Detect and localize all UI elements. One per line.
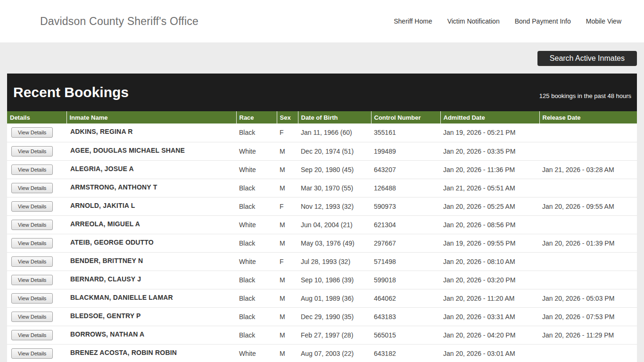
inmate-name: AGEE, DOUGLAS MICHAEL SHANE <box>66 142 236 160</box>
inmate-name: BLACKMAN, DANIELLE LAMAR <box>66 289 236 307</box>
inmate-admitted-date: Jan 19, 2026 - 05:21 PM <box>440 123 539 142</box>
column-header-release-date: Release Date <box>539 111 637 123</box>
inmate-admitted-date: Jan 20, 2026 - 03:31 AM <box>440 307 539 326</box>
inmate-name: ARREOLA, MIGUEL A <box>66 215 236 234</box>
inmate-race: Black <box>236 179 277 197</box>
view-details-button[interactable]: View Details <box>11 127 53 138</box>
inmate-race: Black <box>236 326 277 344</box>
table-row: View Details BLEDSOE, GENTRY P Black M D… <box>7 307 637 326</box>
bookings-count-text: 125 bookings in the past 48 hours <box>539 92 631 99</box>
view-details-button[interactable]: View Details <box>11 146 53 156</box>
view-details-button[interactable]: View Details <box>11 201 53 212</box>
column-header-race: Race <box>236 111 277 123</box>
inmate-control-number: 571498 <box>371 252 440 271</box>
inmate-name: ARMSTRONG, ANTHONY T <box>66 179 236 197</box>
details-cell: View Details <box>7 123 66 142</box>
inmate-release-date <box>539 252 637 271</box>
details-cell: View Details <box>7 179 66 197</box>
view-details-button[interactable]: View Details <box>11 183 53 193</box>
details-cell: View Details <box>7 215 66 234</box>
inmate-name: ADKINS, REGINA R <box>66 123 236 142</box>
inmate-date-of-birth: Jan 11, 1966 (60) <box>298 123 371 142</box>
inmate-control-number: 621304 <box>371 215 440 234</box>
inmate-race: Black <box>236 307 277 326</box>
nav-link-sheriff-home[interactable]: Sheriff Home <box>394 17 432 25</box>
search-active-inmates-button[interactable]: Search Active Inmates <box>537 51 637 66</box>
content-area: Search Active Inmates Recent Bookings 12… <box>0 42 644 362</box>
inmate-admitted-date: Jan 20, 2026 - 05:25 AM <box>440 197 539 215</box>
inmate-race: Black <box>236 197 277 215</box>
inmate-admitted-date: Jan 21, 2026 - 05:51 AM <box>440 179 539 197</box>
inmate-control-number: 464062 <box>371 289 440 307</box>
details-cell: View Details <box>7 142 66 160</box>
details-cell: View Details <box>7 326 66 344</box>
details-cell: View Details <box>7 271 66 289</box>
nav-link-bond-payment-info[interactable]: Bond Payment Info <box>515 17 571 25</box>
view-details-button[interactable]: View Details <box>11 165 53 175</box>
details-cell: View Details <box>7 234 66 252</box>
inmate-admitted-date: Jan 20, 2026 - 03:01 AM <box>440 344 539 362</box>
inmate-sex: F <box>277 197 298 215</box>
inmate-admitted-date: Jan 20, 2026 - 08:10 AM <box>440 252 539 271</box>
table-header-row: Details Inmate Name Race Sex Date of Bir… <box>7 111 637 123</box>
inmate-date-of-birth: Sep 10, 1986 (39) <box>298 271 371 289</box>
table-row: View Details BLACKMAN, DANIELLE LAMAR Bl… <box>7 289 637 307</box>
view-details-button[interactable]: View Details <box>11 312 53 322</box>
nav-link-mobile-view[interactable]: Mobile View <box>586 17 621 25</box>
inmate-sex: M <box>277 215 298 234</box>
inmate-release-date <box>539 344 637 362</box>
inmate-race: Black <box>236 123 277 142</box>
inmate-control-number: 599018 <box>371 271 440 289</box>
inmate-race: Black <box>236 234 277 252</box>
inmate-release-date <box>539 123 637 142</box>
view-details-button[interactable]: View Details <box>11 348 53 359</box>
inmate-control-number: 199489 <box>371 142 440 160</box>
top-header: Davidson County Sheriff's Office Sheriff… <box>0 0 644 42</box>
inmate-date-of-birth: Dec 29, 1990 (35) <box>298 307 371 326</box>
view-details-button[interactable]: View Details <box>11 238 53 248</box>
inmate-sex: F <box>277 252 298 271</box>
inmate-name: BERNARD, CLAUSY J <box>66 271 236 289</box>
view-details-button[interactable]: View Details <box>11 330 53 340</box>
inmate-name: BORROWS, NATHAN A <box>66 326 236 344</box>
inmate-sex: M <box>277 271 298 289</box>
inmate-sex: M <box>277 344 298 362</box>
view-details-button[interactable]: View Details <box>11 220 53 230</box>
inmate-admitted-date: Jan 19, 2026 - 09:55 PM <box>440 234 539 252</box>
inmate-race: Black <box>236 271 277 289</box>
inmate-control-number: 355161 <box>371 123 440 142</box>
column-header-inmate-name: Inmate Name <box>66 111 236 123</box>
inmate-control-number: 643207 <box>371 160 440 179</box>
view-details-button[interactable]: View Details <box>11 256 53 267</box>
nav-link-victim-notification[interactable]: Victim Notification <box>447 17 500 25</box>
column-header-date-of-birth: Date of Birth <box>298 111 371 123</box>
table-row: View Details ARNOLD, JAKITIA L Black F N… <box>7 197 637 215</box>
inmate-release-date <box>539 179 637 197</box>
inmate-control-number: 297667 <box>371 234 440 252</box>
bookings-table: Details Inmate Name Race Sex Date of Bir… <box>7 111 637 362</box>
inmate-race: Black <box>236 289 277 307</box>
column-header-sex: Sex <box>277 111 298 123</box>
inmate-release-date: Jan 20, 2026 - 05:03 PM <box>539 289 637 307</box>
table-row: View Details BERNARD, CLAUSY J Black M S… <box>7 271 637 289</box>
view-details-button[interactable]: View Details <box>11 275 53 285</box>
table-row: View Details ALEGRIA, JOSUE A White M Se… <box>7 160 637 179</box>
inmate-race: White <box>236 344 277 362</box>
inmate-release-date <box>539 142 637 160</box>
table-row: View Details ARMSTRONG, ANTHONY T Black … <box>7 179 637 197</box>
column-header-admitted-date: Admitted Date <box>440 111 539 123</box>
inmate-control-number: 565015 <box>371 326 440 344</box>
details-cell: View Details <box>7 307 66 326</box>
main-nav: Sheriff Home Victim Notification Bond Pa… <box>394 17 621 25</box>
inmate-release-date: Jan 20, 2026 - 01:39 PM <box>539 234 637 252</box>
inmate-sex: M <box>277 326 298 344</box>
inmate-date-of-birth: May 03, 1976 (49) <box>298 234 371 252</box>
inmate-sex: F <box>277 123 298 142</box>
inmate-date-of-birth: Mar 30, 1970 (55) <box>298 179 371 197</box>
inmate-name: ARNOLD, JAKITIA L <box>66 197 236 215</box>
inmate-date-of-birth: Sep 20, 1980 (45) <box>298 160 371 179</box>
inmate-name: BLEDSOE, GENTRY P <box>66 307 236 326</box>
inmate-sex: M <box>277 142 298 160</box>
inmate-date-of-birth: Jul 28, 1993 (32) <box>298 252 371 271</box>
view-details-button[interactable]: View Details <box>11 293 53 304</box>
